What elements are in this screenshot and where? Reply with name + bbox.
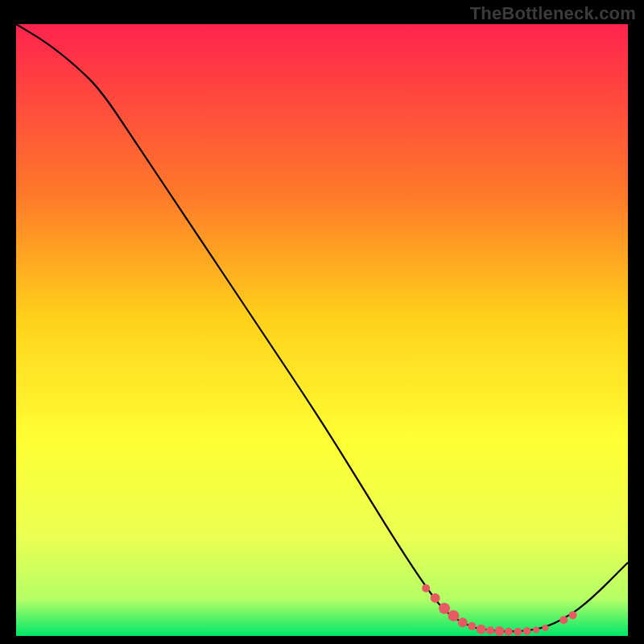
curve-marker bbox=[505, 628, 513, 636]
curve-marker bbox=[533, 626, 539, 633]
curve-marker bbox=[523, 627, 531, 635]
curve-marker bbox=[486, 626, 494, 634]
curve-marker bbox=[448, 610, 459, 621]
curve-marker bbox=[569, 611, 577, 619]
attribution-label: TheBottleneck.com bbox=[470, 3, 636, 24]
curve-marker bbox=[514, 628, 522, 636]
chart-stage: TheBottleneck.com bbox=[0, 0, 644, 644]
bottleneck-plot bbox=[16, 24, 628, 636]
curve-marker bbox=[422, 584, 430, 592]
curve-marker bbox=[468, 622, 476, 630]
curve-marker bbox=[439, 603, 450, 614]
gradient-background bbox=[16, 24, 628, 636]
curve-marker bbox=[542, 625, 548, 631]
plot-svg bbox=[16, 24, 628, 636]
curve-marker bbox=[477, 625, 486, 634]
curve-marker bbox=[431, 593, 440, 603]
curve-marker bbox=[458, 617, 468, 627]
curve-marker bbox=[494, 626, 504, 636]
curve-marker bbox=[559, 616, 568, 624]
